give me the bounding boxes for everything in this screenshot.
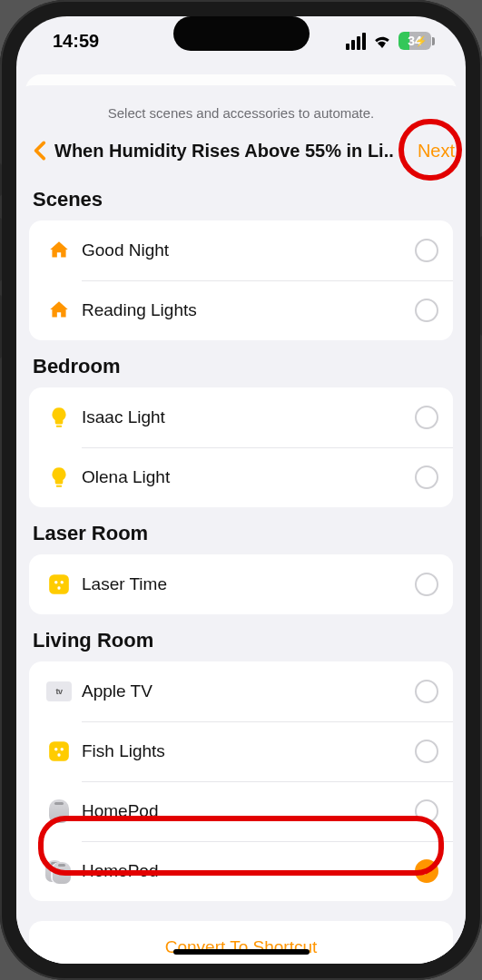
selection-radio[interactable]	[415, 680, 438, 703]
selection-radio[interactable]	[415, 799, 438, 823]
lightbulb-icon	[44, 402, 74, 433]
convert-to-shortcut-button[interactable]: Convert To Shortcut	[29, 921, 453, 964]
accessory-row[interactable]: Laser Time	[29, 554, 453, 614]
homepod-icon	[44, 796, 74, 827]
svg-point-8	[61, 748, 64, 750]
row-label: HomePod	[74, 801, 415, 821]
selection-radio[interactable]: ✓	[415, 859, 438, 883]
row-label: Good Night	[74, 240, 415, 260]
accessory-row[interactable]: Fish Lights	[29, 721, 453, 781]
accessory-row[interactable]: HomePod	[29, 781, 453, 841]
apple-tv-icon: tv	[44, 676, 74, 707]
accessory-row[interactable]: Olena Light	[29, 447, 453, 507]
svg-rect-6	[49, 741, 69, 761]
svg-point-3	[54, 581, 57, 583]
row-label: Reading Lights	[74, 300, 415, 320]
room-heading: Bedroom	[33, 355, 453, 378]
scene-row[interactable]: Good Night	[29, 220, 453, 280]
house-icon	[44, 295, 74, 326]
svg-rect-5	[57, 586, 60, 590]
instruction-text: Select scenes and accessories to automat…	[16, 100, 466, 133]
selection-radio[interactable]	[415, 406, 438, 429]
selection-radio[interactable]	[415, 740, 438, 763]
room-heading: Living Room	[33, 629, 453, 652]
battery-icon: 34⚡	[398, 32, 435, 50]
selection-radio[interactable]	[415, 573, 438, 596]
row-label: Olena Light	[74, 467, 415, 487]
svg-point-4	[61, 581, 64, 583]
nav-title: When Humidity Rises Above 55% in Li..	[53, 141, 418, 162]
svg-rect-2	[49, 574, 69, 594]
next-button[interactable]: Next	[418, 141, 457, 162]
house-icon	[44, 235, 74, 266]
row-label: Apple TV	[74, 681, 415, 701]
svg-rect-1	[56, 485, 63, 487]
wifi-icon	[372, 34, 392, 48]
svg-rect-0	[56, 426, 63, 427]
outlet-icon	[44, 569, 74, 600]
home-indicator[interactable]	[173, 949, 310, 955]
scenes-heading: Scenes	[33, 188, 453, 211]
status-time: 14:59	[53, 31, 99, 52]
selection-radio[interactable]	[415, 299, 438, 322]
accessory-row[interactable]: HomePod✓	[29, 841, 453, 901]
selection-radio[interactable]	[415, 466, 438, 489]
signal-icon	[346, 33, 366, 50]
row-label: HomePod	[74, 861, 415, 881]
selection-radio[interactable]	[415, 239, 438, 262]
accessory-row[interactable]: tvApple TV	[29, 662, 453, 721]
room-heading: Laser Room	[33, 522, 453, 545]
svg-point-7	[54, 748, 57, 750]
scene-row[interactable]: Reading Lights	[29, 280, 453, 340]
svg-rect-9	[57, 753, 60, 757]
outlet-icon	[44, 736, 74, 767]
lightbulb-icon	[44, 462, 74, 493]
row-label: Laser Time	[74, 574, 415, 594]
row-label: Isaac Light	[74, 407, 415, 427]
accessory-row[interactable]: Isaac Light	[29, 387, 453, 447]
back-chevron-icon[interactable]	[29, 139, 53, 162]
homepod-pair-icon	[44, 856, 74, 887]
row-label: Fish Lights	[74, 741, 415, 761]
